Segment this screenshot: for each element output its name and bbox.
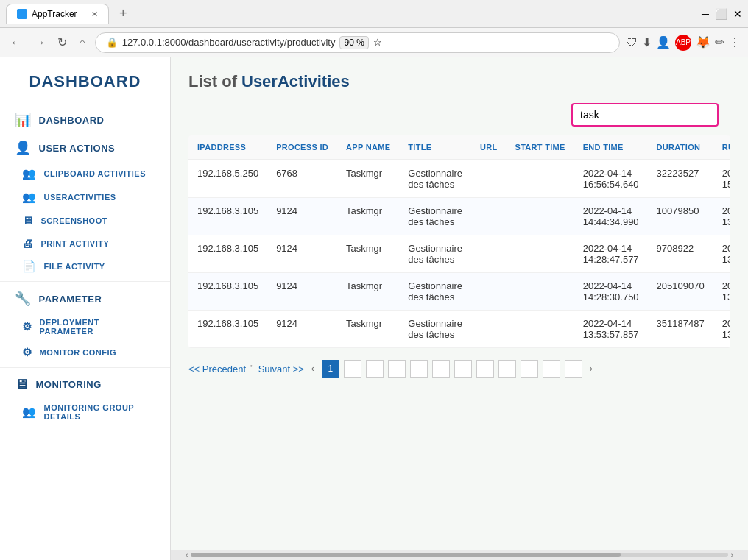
monitor-config-icon: ⚙ <box>22 346 32 359</box>
print-icon: 🖨 <box>22 237 34 249</box>
page-2-button[interactable] <box>344 360 361 378</box>
file-icon: 📄 <box>22 260 37 273</box>
restore-icon[interactable]: ⬜ <box>715 8 727 20</box>
cell-4 <box>471 160 507 198</box>
forward-button[interactable]: → <box>31 33 49 52</box>
address-bar[interactable]: 🔒 127.0.0.1:8000/dashboard/useractivity/… <box>95 32 620 53</box>
sidebar: DASHBOARD 📊 DASHBOARD 👤 USER ACTIONS 👥 C… <box>0 57 171 560</box>
tab-favicon-icon <box>17 9 27 19</box>
tab-close-button[interactable]: ✕ <box>91 10 98 19</box>
sidebar-item-useractivities[interactable]: 👥 USERACTIVITIES <box>0 185 170 209</box>
sidebar-item-dashboard[interactable]: 📊 DASHBOARD <box>0 106 170 134</box>
download-icon[interactable]: ⬇ <box>642 35 652 49</box>
page-12-button[interactable] <box>565 360 582 378</box>
shield-icon[interactable]: 🛡 <box>626 36 638 49</box>
cell-1: 9124 <box>267 311 337 348</box>
cell-0: 192.168.3.105 <box>188 311 267 348</box>
cell-1: 9124 <box>267 198 337 235</box>
sidebar-item-file-activity[interactable]: 📄 FILE ACTIVITY <box>0 255 170 278</box>
browser-nav-icons: 🛡 ⬇ 👤 ABP 🦊 ✏ ⋮ <box>626 35 741 51</box>
cell-6: 2022-04-14 14:44:34.990 <box>574 198 648 235</box>
monitoring-group-icon: 👥 <box>22 405 37 419</box>
sidebar-item-parameter[interactable]: 🔧 PARAMETER <box>0 285 170 313</box>
home-button[interactable]: ⌂ <box>76 33 89 52</box>
sidebar-monitoring-group-label: MONITORING GROUP DETAILS <box>44 403 156 421</box>
minimize-icon[interactable]: ─ <box>702 8 709 20</box>
profile-icon[interactable]: 👤 <box>656 35 671 49</box>
horizontal-scroll-thumb[interactable] <box>191 553 620 557</box>
page-5-button[interactable] <box>410 360 428 378</box>
back-button[interactable]: ← <box>7 33 25 52</box>
scroll-left-arrow[interactable]: ‹ <box>186 551 188 559</box>
table-row: 192.168.3.1059124TaskmgrGestionnaire des… <box>188 198 730 235</box>
col-header-duration: DURATION <box>648 135 713 160</box>
extension2-icon[interactable]: ✏ <box>715 35 724 49</box>
bottom-scrollbar[interactable]: ‹ › <box>171 550 748 560</box>
adblock-icon[interactable]: ABP <box>675 35 691 51</box>
page-9-button[interactable] <box>498 360 516 378</box>
bookmark-icon[interactable]: ☆ <box>373 37 382 48</box>
user-actions-icon: 👤 <box>15 140 32 156</box>
sidebar-item-user-actions[interactable]: 👤 USER ACTIONS <box>0 134 170 162</box>
new-tab-button[interactable]: + <box>115 6 132 21</box>
scroll-right-arrow[interactable]: › <box>731 551 733 559</box>
cell-2: Taskmgr <box>337 160 399 198</box>
table-row: 192.168.3.1059124TaskmgrGestionnaire des… <box>188 311 730 348</box>
browser-tab[interactable]: AppTracker ✕ <box>6 4 109 24</box>
page-3-button[interactable] <box>366 360 384 378</box>
page-10-button[interactable] <box>521 360 538 378</box>
page-8-button[interactable] <box>476 360 494 378</box>
page-4-button[interactable] <box>388 360 406 378</box>
page-7-button[interactable] <box>454 360 472 378</box>
browser-navbar: ← → ↻ ⌂ 🔒 127.0.0.1:8000/dashboard/usera… <box>0 28 748 57</box>
horizontal-scroll-track[interactable] <box>191 553 727 557</box>
cell-0: 192.168.3.105 <box>188 235 267 273</box>
cell-0: 192.168.5.250 <box>188 160 267 198</box>
menu-icon[interactable]: ⋮ <box>729 35 741 49</box>
table-row: 192.168.5.2506768TaskmgrGestionnaire des… <box>188 160 730 198</box>
cell-7: 10079850 <box>648 198 713 235</box>
sidebar-item-monitor-config[interactable]: ⚙ MONITOR CONFIG <box>0 341 170 364</box>
content-scroll-area[interactable]: List of UserActivities IPADDRESS PROCESS… <box>171 57 748 550</box>
address-text: 127.0.0.1:8000/dashboard/useractivity/pr… <box>122 37 336 48</box>
sidebar-file-label: FILE ACTIVITY <box>44 262 105 271</box>
reload-button[interactable]: ↻ <box>54 32 70 52</box>
sidebar-item-user-actions-label: USER ACTIONS <box>39 143 116 154</box>
useractivities-icon: 👥 <box>22 191 37 204</box>
sidebar-item-monitoring[interactable]: 🖥 MONITORING <box>0 371 170 398</box>
col-header-appname: APP NAME <box>337 135 399 160</box>
sidebar-item-clipboard-activities[interactable]: 👥 CLIPBOARD ACTIVITIES <box>0 162 170 185</box>
sidebar-item-deployment-parameter[interactable]: ⚙ DEPLOYMENT PARAMETER <box>0 313 170 341</box>
sidebar-screenshoot-label: SCREENSHOOT <box>41 216 107 225</box>
close-window-icon[interactable]: ✕ <box>733 8 742 20</box>
dashboard-icon: 📊 <box>15 112 32 128</box>
col-header-ipaddress: IPADDRESS <box>188 135 267 160</box>
page-next-arrow[interactable]: › <box>587 364 596 374</box>
prev-page-button[interactable]: << Précedent <box>188 364 246 375</box>
sidebar-item-screenshoot[interactable]: 🖥 SCREENSHOOT <box>0 209 170 232</box>
col-header-endtime: END TIME <box>574 135 648 160</box>
screenshoot-icon: 🖥 <box>22 214 34 227</box>
sidebar-deployment-label: DEPLOYMENT PARAMETER <box>40 318 156 336</box>
page-title: List of UserActivities <box>188 72 730 91</box>
table-body: 192.168.5.2506768TaskmgrGestionnaire des… <box>188 160 730 348</box>
cell-8: 2022-04-14 13:29:31.743 <box>713 198 730 235</box>
monitoring-icon: 🖥 <box>15 377 29 392</box>
tab-title: AppTracker <box>32 9 77 19</box>
page-11-button[interactable] <box>543 360 560 378</box>
app-layout: DASHBOARD 📊 DASHBOARD 👤 USER ACTIONS 👥 C… <box>0 57 748 560</box>
pagination: << Précedent '' Suivant >> ‹ 1 › <box>188 360 730 378</box>
sidebar-print-label: PRINT ACTIVITY <box>41 239 110 248</box>
sidebar-item-monitoring-group-details[interactable]: 👥 MONITORING GROUP DETAILS <box>0 398 170 426</box>
extension1-icon[interactable]: 🦊 <box>696 35 710 49</box>
search-input[interactable] <box>571 103 719 127</box>
page-6-button[interactable] <box>432 360 450 378</box>
next-page-button[interactable]: Suivant >> <box>258 364 304 375</box>
col-header-runningsince: RUNNING SINCE <box>713 135 730 160</box>
sidebar-item-print-activity[interactable]: 🖨 PRINT ACTIVITY <box>0 232 170 255</box>
cell-0: 192.168.3.105 <box>188 198 267 235</box>
page-1-button[interactable]: 1 <box>322 360 339 378</box>
cell-3: Gestionnaire des tâches <box>399 273 471 311</box>
page-prev-arrow[interactable]: ‹ <box>308 364 317 374</box>
cell-0: 192.168.3.105 <box>188 273 267 311</box>
